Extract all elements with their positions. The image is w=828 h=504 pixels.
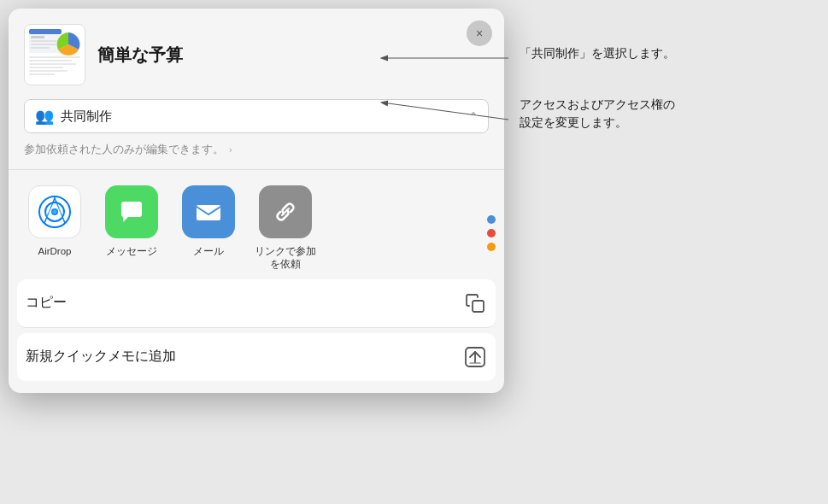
quicknote-list-item[interactable]: 新規クイックメモに追加 bbox=[17, 333, 496, 381]
dot-red bbox=[487, 229, 496, 237]
panel-title: 簡単な予算 bbox=[97, 44, 489, 67]
copy-list-item[interactable]: コピー bbox=[17, 279, 496, 328]
svg-rect-3 bbox=[31, 36, 44, 38]
collab-icon: 👥 bbox=[35, 107, 54, 126]
dot-orange bbox=[487, 243, 496, 251]
svg-point-16 bbox=[51, 208, 58, 215]
svg-rect-10 bbox=[29, 63, 76, 65]
messages-icon bbox=[105, 185, 158, 238]
side-dots bbox=[487, 215, 496, 251]
close-button[interactable]: × bbox=[467, 21, 492, 46]
access-callout-text: アクセスおよびアクセス権の設定を変更します。 bbox=[520, 96, 675, 132]
collab-label: 共同制作 bbox=[61, 108, 462, 125]
messages-label: メッセージ bbox=[106, 245, 157, 258]
list-section: コピー 新規クイックメモに追加 bbox=[9, 279, 504, 393]
svg-rect-13 bbox=[29, 73, 55, 75]
svg-rect-12 bbox=[29, 70, 68, 72]
collab-selector[interactable]: 👥 共同制作 ⌃ bbox=[24, 99, 489, 133]
mail-label: メール bbox=[193, 245, 224, 258]
link-label: リンクで参加を依頼 bbox=[255, 245, 316, 271]
mail-share-item[interactable]: メール bbox=[178, 185, 239, 258]
airdrop-label: AirDrop bbox=[38, 245, 72, 258]
quicknote-label: 新規クイックメモに追加 bbox=[26, 348, 176, 366]
panel-header: 簡単な予算 × bbox=[9, 9, 504, 94]
svg-rect-5 bbox=[31, 44, 60, 45]
airdrop-share-item[interactable]: AirDrop bbox=[24, 185, 85, 258]
copy-label: コピー bbox=[26, 294, 67, 312]
access-info[interactable]: 参加依頼された人のみが編集できます。 › bbox=[24, 142, 489, 157]
access-text: 参加依頼された人のみが編集できます。 bbox=[24, 142, 224, 157]
share-icons-row: AirDrop メッセージ メール bbox=[9, 170, 504, 279]
doc-thumbnail bbox=[24, 24, 85, 85]
svg-rect-2 bbox=[29, 29, 62, 34]
svg-rect-11 bbox=[29, 67, 63, 68]
quicknote-icon bbox=[463, 345, 487, 369]
svg-rect-8 bbox=[29, 56, 80, 58]
mail-icon bbox=[182, 185, 235, 238]
share-panel: 簡単な予算 × 👥 共同制作 ⌃ 参加依頼された人のみが編集できます。 › bbox=[9, 9, 504, 393]
svg-rect-9 bbox=[29, 60, 72, 62]
link-share-item[interactable]: リンクで参加を依頼 bbox=[255, 185, 316, 271]
collab-chevron-icon: ⌃ bbox=[469, 110, 478, 122]
copy-icon bbox=[463, 291, 487, 315]
dot-blue bbox=[487, 215, 496, 224]
airdrop-icon bbox=[28, 185, 81, 238]
svg-rect-21 bbox=[197, 205, 220, 220]
svg-rect-6 bbox=[31, 47, 50, 49]
svg-rect-4 bbox=[31, 40, 60, 42]
collab-callout-text: 「共同制作」を選択します。 bbox=[520, 44, 675, 62]
svg-rect-24 bbox=[473, 301, 484, 312]
access-chevron-icon: › bbox=[229, 144, 232, 155]
messages-share-item[interactable]: メッセージ bbox=[101, 185, 162, 258]
link-icon bbox=[259, 185, 312, 238]
